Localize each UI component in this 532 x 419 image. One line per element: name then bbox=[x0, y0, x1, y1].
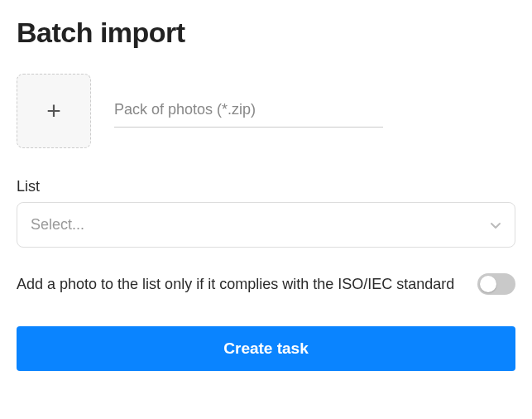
iso-compliance-toggle[interactable] bbox=[477, 273, 515, 295]
list-label: List bbox=[17, 178, 515, 195]
upload-row: + bbox=[17, 74, 515, 148]
iso-toggle-row: Add a photo to the list only if it compl… bbox=[17, 272, 515, 296]
upload-field-wrap bbox=[114, 94, 383, 128]
upload-filename-input[interactable] bbox=[114, 94, 383, 128]
page-title: Batch import bbox=[17, 17, 515, 49]
toggle-knob bbox=[480, 276, 496, 292]
iso-toggle-label: Add a photo to the list only if it compl… bbox=[17, 272, 461, 296]
list-select-wrap: Select... bbox=[17, 202, 515, 248]
plus-icon: + bbox=[46, 99, 61, 123]
create-task-button[interactable]: Create task bbox=[17, 326, 515, 371]
list-select-placeholder: Select... bbox=[31, 216, 84, 234]
upload-add-button[interactable]: + bbox=[17, 74, 91, 148]
list-select[interactable]: Select... bbox=[17, 202, 515, 248]
